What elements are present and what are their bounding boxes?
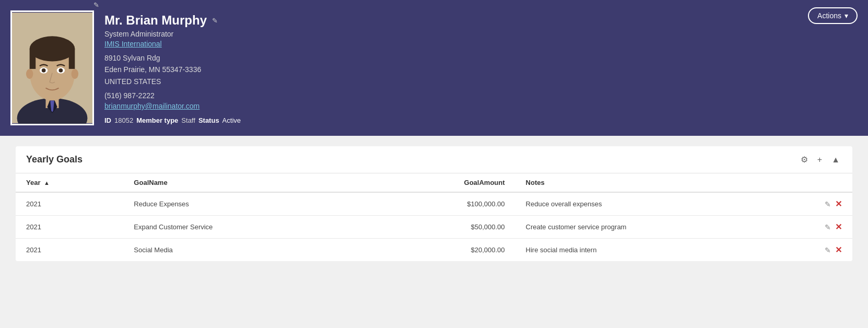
avatar-container: ✎: [10, 10, 94, 125]
cell-year: 2021: [16, 239, 123, 262]
svg-rect-5: [30, 49, 36, 69]
avatar-edit-icon[interactable]: ✎: [93, 1, 99, 9]
actions-button[interactable]: Actions ▾: [808, 7, 858, 24]
cell-notes: Create customer service program: [515, 216, 811, 239]
col-year[interactable]: Year ▲: [16, 173, 123, 192]
status-label: Status: [198, 116, 219, 124]
profile-info: Mr. Brian Murphy ✎ System Administrator …: [104, 10, 852, 124]
profile-address: 8910 Sylvan Rdg Eden Prairie, MN 55347-3…: [104, 52, 852, 87]
cell-row-actions: ✎ ✕: [811, 192, 852, 216]
status-value: Active: [222, 116, 241, 124]
svg-rect-6: [69, 49, 75, 69]
edit-row-button[interactable]: ✎: [825, 223, 831, 231]
cell-notes: Reduce overall expenses: [515, 192, 811, 216]
delete-row-button[interactable]: ✕: [835, 199, 842, 209]
panel-actions: ⚙ + ▲: [799, 154, 842, 166]
panel-title: Yearly Goals: [26, 154, 83, 165]
member-type-value: Staff: [181, 116, 195, 124]
id-value: 18052: [114, 116, 133, 124]
actions-chevron-icon: ▾: [844, 11, 848, 20]
address-line1: 8910 Sylvan Rdg: [104, 54, 160, 62]
profile-email[interactable]: brianmurphy@mailinator.com: [104, 102, 852, 110]
cell-notes: Hire social media intern: [515, 239, 811, 262]
plus-icon: +: [817, 155, 822, 164]
avatar: [10, 10, 94, 125]
name-edit-icon[interactable]: ✎: [212, 17, 218, 25]
gear-icon: ⚙: [801, 155, 808, 164]
panel-header: Yearly Goals ⚙ + ▲: [16, 146, 852, 173]
table-row: 2021 Expand Customer Service $50,000.00 …: [16, 216, 852, 239]
svg-point-4: [30, 36, 75, 61]
col-actions-spacer: [811, 173, 852, 192]
cell-goal-amount: $50,000.00: [366, 216, 515, 239]
col-goal-amount: GoalAmount: [366, 173, 515, 192]
profile-phone: (516) 987-2222: [104, 91, 852, 100]
cell-goal-amount: $20,000.00: [366, 239, 515, 262]
cell-goal-amount: $100,000.00: [366, 192, 515, 216]
yearly-goals-panel: Yearly Goals ⚙ + ▲ Year ▲: [16, 146, 852, 261]
chevron-up-icon: ▲: [831, 155, 840, 164]
address-country: UNITED STATES: [104, 77, 161, 86]
profile-header: Actions ▾ ✎: [0, 0, 868, 136]
cell-row-actions: ✎ ✕: [811, 216, 852, 239]
cell-goal-name: Social Media: [123, 239, 366, 262]
settings-button[interactable]: ⚙: [799, 154, 810, 166]
member-type-label: Member type: [136, 116, 178, 124]
id-label: ID: [104, 116, 111, 124]
collapse-button[interactable]: ▲: [829, 154, 842, 166]
col-year-label: Year: [26, 179, 40, 186]
table-header-row: Year ▲ GoalName GoalAmount Notes: [16, 173, 852, 192]
delete-row-button[interactable]: ✕: [835, 245, 842, 255]
table-row: 2021 Reduce Expenses $100,000.00 Reduce …: [16, 192, 852, 216]
cell-year: 2021: [16, 216, 123, 239]
main-content: Yearly Goals ⚙ + ▲ Year ▲: [0, 136, 868, 272]
svg-point-11: [26, 69, 33, 79]
svg-point-10: [59, 68, 63, 73]
cell-year: 2021: [16, 192, 123, 216]
cell-goal-name: Expand Customer Service: [123, 216, 366, 239]
edit-row-button[interactable]: ✎: [825, 246, 831, 254]
sort-asc-icon: ▲: [44, 180, 50, 186]
delete-row-button[interactable]: ✕: [835, 222, 842, 232]
edit-row-button[interactable]: ✎: [825, 200, 831, 208]
col-goal-name: GoalName: [123, 173, 366, 192]
col-notes: Notes: [515, 173, 811, 192]
actions-label: Actions: [817, 11, 841, 20]
address-line2: Eden Prairie, MN 55347-3336: [104, 65, 201, 74]
svg-point-9: [42, 68, 46, 73]
goals-table: Year ▲ GoalName GoalAmount Notes 2021 Re…: [16, 173, 852, 261]
profile-meta: ID 18052 Member type Staff Status Active: [104, 116, 852, 124]
table-row: 2021 Social Media $20,000.00 Hire social…: [16, 239, 852, 262]
profile-name: Mr. Brian Murphy: [104, 13, 207, 28]
cell-row-actions: ✎ ✕: [811, 239, 852, 262]
profile-company[interactable]: IMIS International: [104, 40, 852, 48]
add-button[interactable]: +: [815, 154, 824, 166]
profile-title: System Administrator: [104, 30, 852, 38]
cell-goal-name: Reduce Expenses: [123, 192, 366, 216]
svg-point-12: [72, 69, 78, 79]
